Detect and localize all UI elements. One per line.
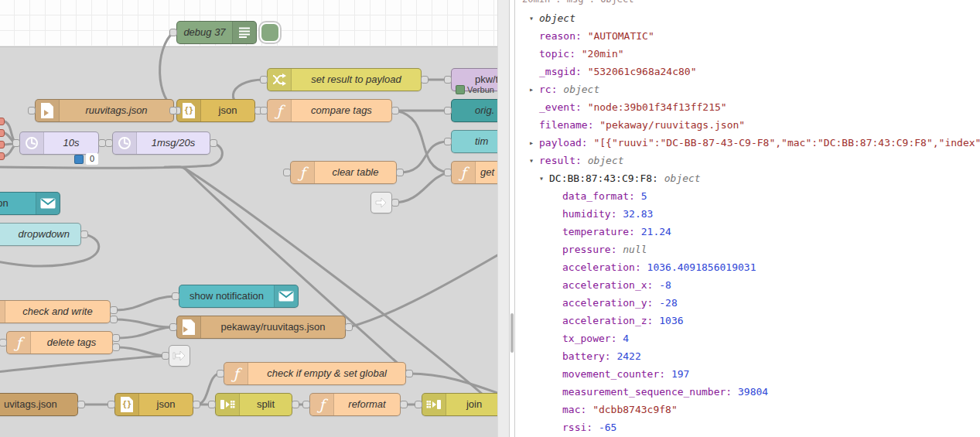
scrollbar-thumb[interactable]	[510, 313, 514, 353]
status-dot-icon	[74, 155, 84, 164]
collapse-triangle-icon[interactable]: ▾	[539, 169, 548, 187]
node-port[interactable]	[396, 169, 404, 176]
flow-canvas[interactable]: debug 37set result to payloadpkw/truuvit…	[0, 0, 497, 437]
flow-node-json-bottom[interactable]: {}json	[114, 393, 193, 416]
canvas-scroll-strip[interactable]	[497, 0, 509, 437]
debug-sidebar[interactable]: 20min : msg : Object ▾objectreason: "AUT…	[517, 0, 980, 437]
node-port[interactable]	[283, 169, 291, 176]
function-icon: ƒ	[319, 398, 324, 412]
node-label: get	[476, 162, 497, 183]
expand-triangle-icon[interactable]: ▸	[529, 80, 538, 98]
flow-node-compare-tags[interactable]: ƒcompare tags	[267, 99, 392, 122]
node-port[interactable]	[405, 370, 413, 377]
flow-node-set-result-to-payload[interactable]: set result to payload	[267, 68, 422, 91]
debug-value: "AUTOMATIC"	[588, 30, 654, 42]
debug-key: rssi	[562, 422, 586, 433]
node-port[interactable]	[193, 401, 200, 408]
flow-node-clear-table[interactable]: ƒclear table	[290, 161, 397, 184]
node-port[interactable]	[112, 343, 120, 351]
node-port[interactable]	[169, 323, 177, 331]
flow-node-check-and-write[interactable]: ƒcheck and write	[0, 300, 111, 323]
node-port[interactable]	[210, 139, 217, 147]
node-port[interactable]	[169, 29, 177, 36]
debug-value: 32.83	[623, 208, 653, 220]
debug-key: _event	[539, 101, 575, 113]
node-port[interactable]	[345, 323, 353, 331]
flow-node-join[interactable]: join	[422, 393, 497, 416]
node-port[interactable]	[217, 370, 224, 377]
node-port[interactable]	[415, 401, 422, 408]
flow-node-json-top[interactable]: {}json	[176, 99, 255, 122]
flow-node-link-out[interactable]	[169, 345, 190, 367]
node-port[interactable]	[302, 401, 310, 408]
flow-node-debug-37[interactable]: debug 37	[176, 21, 257, 44]
node-port[interactable]	[292, 401, 299, 408]
node-port[interactable]	[444, 169, 452, 176]
node-port[interactable]	[108, 401, 115, 408]
stub-port[interactable]	[0, 152, 5, 160]
node-port[interactable]	[444, 107, 452, 114]
wire[interactable]	[0, 356, 166, 372]
node-port[interactable]	[162, 352, 169, 360]
flow-node-notification-cut[interactable]: cation	[0, 192, 60, 215]
flow-node-show-notification[interactable]: show notification	[179, 285, 299, 308]
wire[interactable]	[394, 172, 448, 203]
flow-node-ruuvitags-json-read[interactable]: ruuvitags.json	[35, 99, 174, 122]
node-port[interactable]	[110, 306, 118, 314]
node-port[interactable]	[172, 292, 179, 300]
debug-tree-row: _event: "node:39b01f34f13ff215"	[539, 98, 727, 116]
flow-node-ruuvitags-json-cut[interactable]: uvitags.json	[0, 393, 78, 416]
wire[interactable]	[114, 319, 170, 327]
wire[interactable]	[349, 255, 497, 327]
node-port[interactable]	[421, 76, 429, 84]
sidebar-splitter[interactable]	[509, 0, 510, 437]
collapse-triangle-icon[interactable]: ▾	[529, 152, 538, 169]
flow-node-orig-ui[interactable]: orig.	[451, 99, 497, 122]
node-port[interactable]	[260, 107, 268, 114]
node-port[interactable]	[400, 401, 408, 408]
flow-node-pekaway-ruuvitags-json[interactable]: pekaway/ruuvitags.json	[176, 316, 346, 339]
flow-node-get-fn[interactable]: ƒget	[451, 161, 497, 184]
flow-node-dropwdown[interactable]: dropwdown	[0, 223, 81, 246]
node-port[interactable]	[77, 401, 85, 408]
flow-node-split[interactable]: split	[215, 393, 292, 416]
stub-port[interactable]	[0, 129, 5, 137]
wire[interactable]	[117, 347, 166, 356]
expand-triangle-icon[interactable]: ▸	[529, 134, 538, 152]
flow-node-reformat[interactable]: ƒreformat	[309, 393, 401, 416]
wire[interactable]	[114, 296, 176, 310]
flow-node-delete-tags[interactable]: ƒdelete tags	[6, 331, 113, 354]
stub-port[interactable]	[0, 118, 5, 125]
debug-enable-toggle[interactable]	[260, 22, 280, 43]
node-port[interactable]	[208, 401, 216, 408]
debug-key: acceleration_y	[562, 297, 647, 309]
node-port[interactable]	[112, 334, 120, 342]
link-out-icon	[172, 349, 186, 363]
wire[interactable]	[5, 145, 15, 156]
node-port[interactable]	[444, 138, 452, 145]
debug-list-icon	[238, 26, 251, 39]
node-port[interactable]	[28, 107, 36, 114]
collapse-triangle-icon[interactable]: ▾	[529, 9, 538, 27]
flow-node-link-in[interactable]	[370, 192, 392, 213]
node-port[interactable]	[169, 107, 177, 114]
flow-node-check-if-empty-set-global[interactable]: ƒcheck if empty & set global	[224, 362, 406, 385]
stub-port[interactable]	[0, 141, 5, 149]
wire[interactable]	[409, 374, 497, 393]
node-port[interactable]	[110, 316, 118, 323]
node-port[interactable]	[105, 139, 113, 147]
node-port[interactable]	[391, 199, 399, 207]
flow-node-tim-ui[interactable]: tim	[451, 130, 497, 153]
debug-message-header[interactable]: 20min : msg : Object	[522, 0, 634, 5]
node-port[interactable]	[12, 139, 20, 147]
node-port[interactable]	[80, 230, 88, 238]
node-port[interactable]	[0, 339, 7, 347]
node-port[interactable]	[260, 76, 268, 84]
link-in-icon	[374, 196, 388, 210]
node-port[interactable]	[391, 107, 399, 114]
wire[interactable]	[117, 327, 170, 338]
flow-node-delay-1msg-20s[interactable]: 1msg/20s	[112, 131, 210, 155]
node-label: json	[201, 100, 254, 121]
flow-node-delay-10s[interactable]: 10s	[19, 131, 99, 155]
node-port[interactable]	[444, 76, 452, 84]
